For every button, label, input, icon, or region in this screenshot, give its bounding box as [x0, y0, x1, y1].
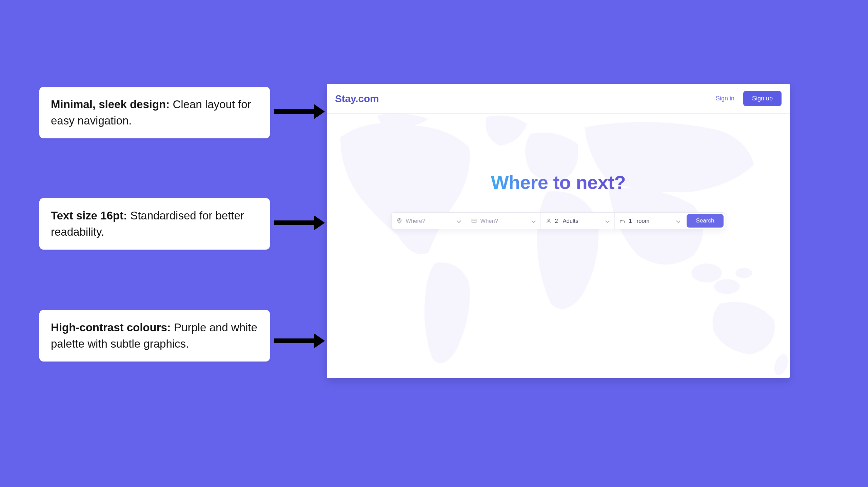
search-button[interactable]: Search — [687, 214, 724, 228]
adults-count: 2 — [555, 218, 558, 224]
adults-suffix: Adults — [563, 218, 578, 224]
when-field[interactable]: When? — [466, 213, 541, 229]
svg-point-6 — [548, 219, 549, 221]
auth-buttons: Sign in Sign up — [716, 91, 782, 106]
arrow-icon — [274, 109, 315, 114]
site-preview-panel: Stay.com Sign in Sign up — [327, 84, 790, 378]
hero-title: Where to next? — [491, 171, 626, 193]
arrow-icon — [274, 220, 315, 225]
adults-field[interactable]: 2 Adults — [541, 213, 615, 229]
arrow-icon — [274, 338, 315, 343]
svg-point-4 — [399, 220, 400, 221]
callout-1: Minimal, sleek design: Clean layout for … — [39, 87, 270, 138]
hero-section: Where to next? Where? — [327, 114, 790, 378]
callout-2-bold: Text size 16pt: — [51, 209, 127, 222]
room-count: 1 — [629, 218, 632, 224]
sign-in-link[interactable]: Sign in — [716, 95, 734, 102]
search-bar: Where? When? — [391, 212, 726, 229]
sign-up-button[interactable]: Sign up — [743, 91, 782, 106]
where-placeholder: Where? — [406, 218, 426, 224]
where-field[interactable]: Where? — [392, 213, 466, 229]
chevron-down-icon — [605, 218, 610, 223]
chevron-down-icon — [456, 218, 461, 223]
bed-icon — [619, 218, 626, 224]
chevron-down-icon — [676, 218, 680, 223]
callout-1-bold: Minimal, sleek design: — [51, 98, 170, 111]
site-logo: Stay.com — [335, 93, 379, 104]
site-header: Stay.com Sign in Sign up — [327, 84, 790, 114]
chevron-down-icon — [531, 218, 536, 223]
person-icon — [546, 218, 552, 224]
svg-rect-5 — [472, 219, 476, 223]
room-suffix: room — [637, 218, 650, 224]
room-field[interactable]: 1 room — [615, 213, 685, 229]
callout-2: Text size 16pt: Standardised for better … — [39, 198, 270, 250]
calendar-icon — [471, 218, 477, 224]
callout-3: High-contrast colours: Purple and white … — [39, 310, 270, 362]
pin-icon — [396, 218, 402, 224]
when-placeholder: When? — [480, 218, 498, 224]
callout-3-bold: High-contrast colours: — [51, 321, 171, 334]
